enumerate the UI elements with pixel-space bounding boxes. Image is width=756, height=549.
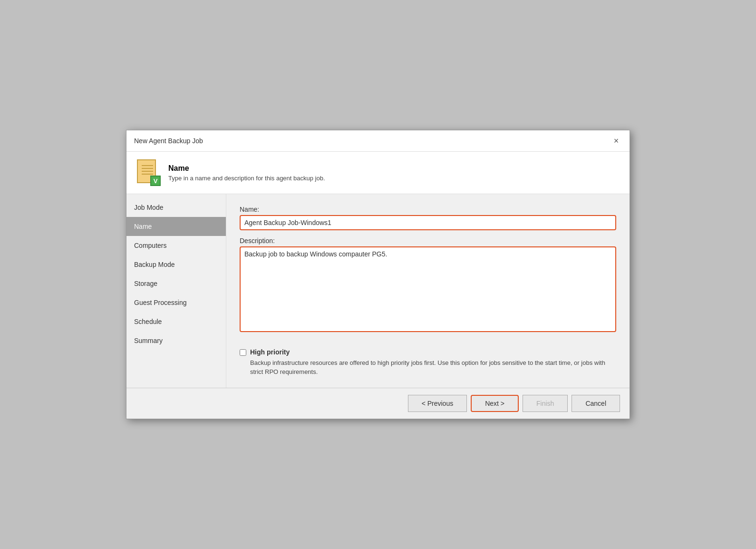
cancel-button[interactable]: Cancel — [572, 395, 620, 412]
next-button[interactable]: Next > — [471, 395, 519, 412]
sidebar-item-storage[interactable]: Storage — [126, 274, 226, 293]
sidebar: Job ModeNameComputersBackup ModeStorageG… — [126, 194, 226, 387]
high-priority-checkbox[interactable] — [240, 349, 246, 356]
previous-button[interactable]: < Previous — [408, 395, 467, 412]
header-text: Name Type in a name and description for … — [168, 164, 325, 182]
v-badge-icon: V — [150, 176, 161, 186]
footer: < Previous Next > Finish Cancel — [126, 388, 630, 419]
high-priority-row: High priority — [240, 348, 616, 356]
header-title: Name — [168, 164, 325, 173]
sidebar-item-backup-mode[interactable]: Backup Mode — [126, 255, 226, 274]
sidebar-item-job-mode[interactable]: Job Mode — [126, 198, 226, 217]
header-icon: V — [136, 159, 161, 186]
sidebar-item-name[interactable]: Name — [126, 217, 226, 236]
dialog: New Agent Backup Job × V Name Type in a … — [126, 130, 630, 419]
checkbox-area: High priority Backup infrastructure reso… — [240, 339, 616, 376]
name-group: Name: — [240, 206, 616, 230]
sidebar-item-schedule[interactable]: Schedule — [126, 312, 226, 331]
sidebar-item-summary[interactable]: Summary — [126, 331, 226, 350]
sidebar-item-guest-processing[interactable]: Guest Processing — [126, 293, 226, 312]
header-subtitle: Type in a name and description for this … — [168, 175, 325, 182]
high-priority-desc: Backup infrastructure resources are offe… — [240, 359, 616, 376]
close-button[interactable]: × — [611, 135, 622, 147]
sidebar-item-computers[interactable]: Computers — [126, 236, 226, 255]
header-section: V Name Type in a name and description fo… — [126, 152, 630, 194]
name-label: Name: — [240, 206, 616, 213]
title-bar: New Agent Backup Job × — [126, 130, 630, 152]
name-input[interactable] — [240, 215, 616, 230]
content-area: Job ModeNameComputersBackup ModeStorageG… — [126, 194, 630, 387]
finish-button[interactable]: Finish — [523, 395, 568, 412]
description-group: Description: — [240, 237, 616, 332]
dialog-title: New Agent Backup Job — [134, 137, 203, 145]
main-content: Name: Description: High priority Backup … — [226, 194, 630, 387]
description-textarea[interactable] — [240, 246, 616, 332]
high-priority-label: High priority — [250, 348, 290, 356]
description-label: Description: — [240, 237, 616, 245]
